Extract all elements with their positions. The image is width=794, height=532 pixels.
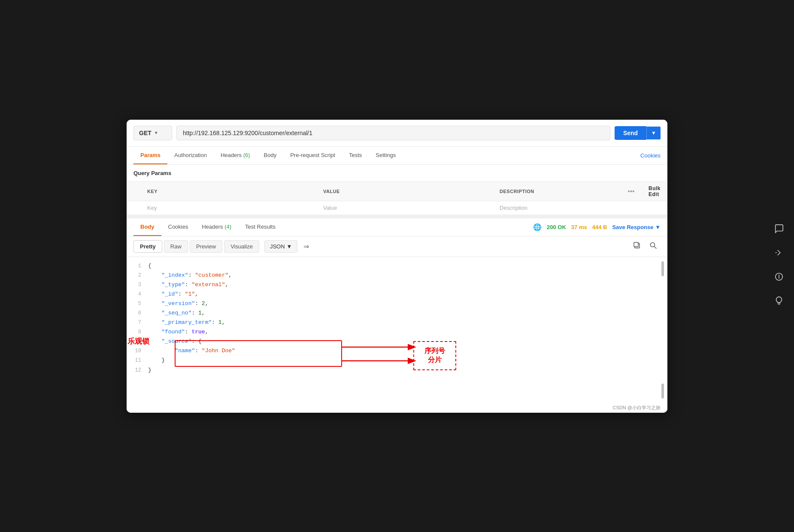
line-content-12: } <box>148 366 667 375</box>
request-tabs-row: Params Authorization Headers (6) Body Pr… <box>127 147 667 165</box>
line-num-2: 2 <box>127 271 148 280</box>
right-sidebar <box>774 224 784 308</box>
more-actions-icon[interactable]: ••• <box>628 188 635 195</box>
search-button[interactable] <box>646 240 661 253</box>
tab-params[interactable]: Params <box>133 147 167 164</box>
cookies-link[interactable]: Cookies <box>640 152 661 159</box>
send-button-group: Send ▼ <box>615 126 661 140</box>
checkbox-col-header <box>127 181 140 201</box>
line-num-7: 7 <box>127 318 148 327</box>
response-tab-test-results[interactable]: Test Results <box>238 218 282 236</box>
format-visualize-button[interactable]: Visualize <box>224 240 259 253</box>
line-content-7: "_primary_term": 1, <box>148 318 667 327</box>
desc-col-header: DESCRIPTION <box>493 181 621 201</box>
send-button[interactable]: Send <box>615 126 646 140</box>
response-section: Body Cookies Headers (4) Test Results 🌐 … <box>127 215 667 413</box>
code-line-3: 3 "_type": "external", <box>127 280 667 290</box>
line-num-3: 3 <box>127 280 148 289</box>
response-size: 444 B <box>592 224 607 230</box>
code-line-12: 12 } <box>127 366 667 375</box>
query-params-header: Query Params <box>127 165 667 181</box>
format-bar: Pretty Raw Preview Visualize JSON ▼ ⇒ <box>127 236 667 257</box>
watermark: CSDN @小白学习之旅 <box>127 403 667 413</box>
code-line-4: 4 "_id": "1", <box>127 290 667 299</box>
value-col-header: VALUE <box>316 181 493 201</box>
globe-icon: 🌐 <box>533 223 542 231</box>
sidebar-icon-info[interactable] <box>774 272 784 284</box>
format-type-select[interactable]: JSON ▼ <box>264 240 298 253</box>
response-headers-badge: (4) <box>224 224 231 230</box>
response-meta: 🌐 200 OK 37 ms 444 B Save Response ▼ <box>533 223 661 231</box>
svg-rect-1 <box>634 242 638 247</box>
line-content-6: "_seq_no": 1, <box>148 308 667 318</box>
row-desc-cell[interactable]: Description <box>493 201 621 215</box>
headers-badge: (6) <box>243 152 250 158</box>
bulk-edit-col-header: Bulk Edit <box>642 181 667 201</box>
code-line-10: 10 "name": "John Doe" <box>127 346 667 356</box>
line-content-3: "_type": "external", <box>148 280 667 290</box>
method-chevron-icon: ▼ <box>154 130 158 135</box>
row-checkbox-cell <box>127 201 140 215</box>
tab-body[interactable]: Body <box>257 147 284 164</box>
code-line-5: 5 "_version": 2, <box>127 299 667 308</box>
save-response-button[interactable]: Save Response ▼ <box>612 224 661 230</box>
params-empty-row: Key Value Description <box>127 201 667 215</box>
method-label: GET <box>139 130 152 136</box>
code-line-9: 9 "_source": { <box>127 337 667 346</box>
code-line-11: 11 } <box>127 356 667 365</box>
response-tab-headers[interactable]: Headers (4) <box>195 218 238 236</box>
row-bulkedit-cell <box>642 201 667 215</box>
tab-settings[interactable]: Settings <box>369 147 403 164</box>
status-ok: 200 OK <box>547 224 566 230</box>
line-num-9: 9 <box>127 337 148 346</box>
actions-col-header: ••• <box>621 181 642 201</box>
tab-pre-request[interactable]: Pre-request Script <box>283 147 342 164</box>
line-content-5: "_version": 2, <box>148 299 667 308</box>
wrap-lines-button[interactable]: ⇒ <box>299 240 313 253</box>
send-dropdown-button[interactable]: ▼ <box>646 127 661 139</box>
code-line-7: 7 "_primary_term": 1, <box>127 318 667 327</box>
json-code: 1 { 2 "_index": "customer", 3 "_type": "… <box>127 261 667 375</box>
format-chevron-icon: ▼ <box>287 243 292 250</box>
line-num-10: 10 <box>127 346 148 355</box>
scrollbar-thumb[interactable] <box>661 261 664 276</box>
params-table: KEY VALUE DESCRIPTION ••• Bulk Edit <box>127 181 667 215</box>
response-tab-cookies[interactable]: Cookies <box>161 218 195 236</box>
search-icon <box>649 242 657 249</box>
tab-authorization[interactable]: Authorization <box>167 147 214 164</box>
copy-button[interactable] <box>630 240 644 253</box>
tab-tests[interactable]: Tests <box>342 147 369 164</box>
tab-headers[interactable]: Headers (6) <box>214 147 257 164</box>
bulk-edit-button[interactable]: Bulk Edit <box>649 185 661 197</box>
line-content-4: "_id": "1", <box>148 290 667 299</box>
line-content-1: { <box>148 261 667 271</box>
response-tabs-row: Body Cookies Headers (4) Test Results 🌐 … <box>127 218 667 236</box>
format-preview-button[interactable]: Preview <box>190 240 222 253</box>
format-pretty-button[interactable]: Pretty <box>133 240 162 253</box>
line-num-1: 1 <box>127 261 148 270</box>
code-area-wrapper: 1 { 2 "_index": "customer", 3 "_type": "… <box>127 257 667 413</box>
scrollbar-thumb-bottom[interactable] <box>661 384 664 399</box>
line-content-9: "_source": { <box>148 337 667 346</box>
url-input[interactable] <box>176 126 610 140</box>
row-key-cell[interactable]: Key <box>140 201 316 215</box>
line-content-8: "found": true, <box>148 327 667 337</box>
method-select[interactable]: GET ▼ <box>133 126 172 140</box>
sidebar-icon-lightbulb[interactable] <box>774 296 784 308</box>
line-num-11: 11 <box>127 356 148 365</box>
row-actions-cell <box>621 201 642 215</box>
line-content-10: "name": "John Doe" <box>148 346 667 356</box>
line-num-8: 8 <box>127 327 148 336</box>
code-line-8: 8 "found": true, <box>127 327 667 337</box>
sidebar-icon-comment[interactable] <box>774 224 784 236</box>
line-num-12: 12 <box>127 366 148 375</box>
code-line-6: 6 "_seq_no": 1, <box>127 308 667 318</box>
response-tab-body[interactable]: Body <box>133 218 161 236</box>
format-raw-button[interactable]: Raw <box>164 240 188 253</box>
line-num-5: 5 <box>127 299 148 308</box>
row-value-cell[interactable]: Value <box>316 201 493 215</box>
sidebar-icon-code[interactable] <box>774 248 784 260</box>
key-col-header: KEY <box>140 181 316 201</box>
svg-line-3 <box>655 246 657 248</box>
response-time: 37 ms <box>571 224 587 230</box>
